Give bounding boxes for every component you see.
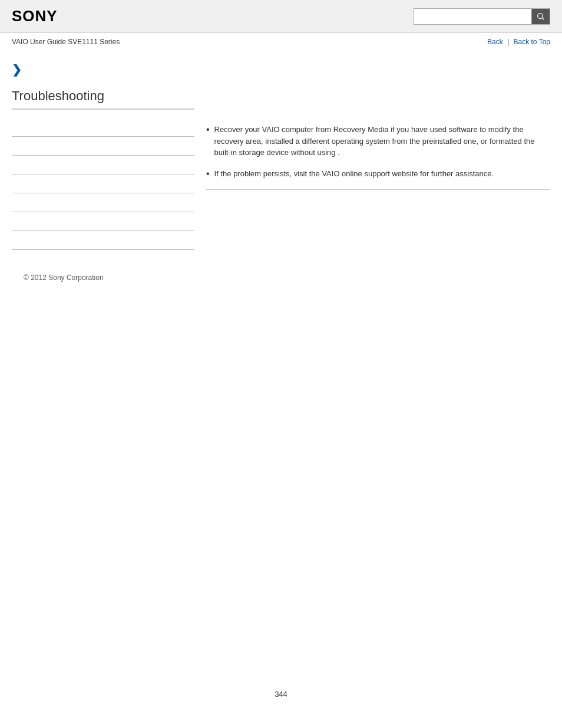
copyright-text: © 2012 Sony Corporation	[24, 274, 104, 282]
list-item-1-text: Recover your VAIO computer from Recovery…	[214, 124, 550, 159]
breadcrumb-left: VAIO User Guide SVE1111 Series	[12, 38, 120, 46]
nav-item-7	[12, 231, 194, 250]
nav-item-2	[12, 137, 194, 156]
back-to-top-link[interactable]: Back to Top	[514, 38, 550, 46]
page-header: SONY	[0, 0, 562, 33]
page-number: 344	[0, 678, 562, 710]
two-column-layout: Troubleshooting Recover your VAIO comput…	[12, 88, 550, 250]
nav-item-1	[12, 118, 194, 137]
search-icon	[536, 12, 546, 21]
nav-item-6	[12, 212, 194, 231]
main-content: ❯ Troubleshooting Recover your VAIO com	[0, 51, 562, 299]
list-item-2-text: If the problem persists, visit the VAIO …	[214, 168, 494, 180]
nav-item-5	[12, 193, 194, 212]
back-link[interactable]: Back	[487, 38, 503, 46]
list-item-2: If the problem persists, visit the VAIO …	[206, 168, 550, 180]
nav-item-4	[12, 174, 194, 193]
search-input[interactable]	[414, 8, 531, 25]
section-title: Troubleshooting	[12, 88, 194, 110]
sony-logo: SONY	[12, 7, 58, 25]
right-column: Recover your VAIO computer from Recovery…	[206, 88, 550, 250]
search-area	[414, 8, 550, 25]
content-divider	[206, 189, 550, 190]
breadcrumb-right: Back | Back to Top	[487, 38, 550, 46]
breadcrumb-bar: VAIO User Guide SVE1111 Series Back | Ba…	[0, 33, 562, 51]
section-arrow-icon: ❯	[12, 62, 550, 77]
left-column: Troubleshooting	[12, 88, 194, 250]
content-list: Recover your VAIO computer from Recovery…	[206, 124, 550, 180]
footer: © 2012 Sony Corporation	[12, 268, 550, 288]
nav-item-3	[12, 156, 194, 174]
list-item-1: Recover your VAIO computer from Recovery…	[206, 124, 550, 159]
breadcrumb-separator: |	[507, 38, 509, 46]
search-button[interactable]	[531, 8, 550, 25]
